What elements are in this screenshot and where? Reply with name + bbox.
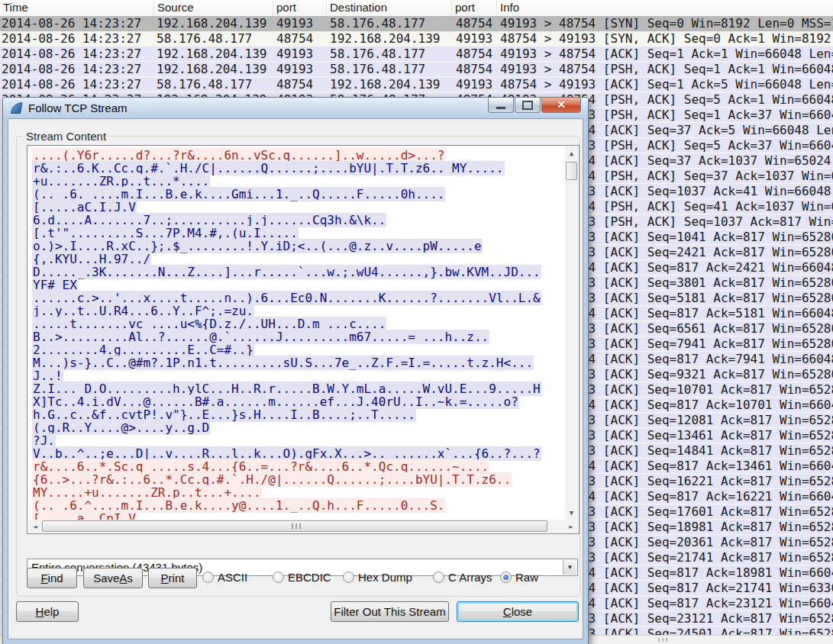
follow-tcp-stream-dialog: Follow TCP Stream ✕ Stream Content ....(… bbox=[2, 97, 589, 644]
cell-destination: 58.176.48.177 bbox=[330, 16, 425, 31]
cell-src-port: 48754 bbox=[276, 31, 313, 47]
packet-row[interactable]: 2014-08-26 14:23:27 192.168.204.139 4919… bbox=[0, 47, 833, 62]
cell-time: 2014-08-26 14:23:27 bbox=[2, 77, 141, 92]
stream-line: B..>.........Al..?......@.`......J......… bbox=[32, 330, 565, 343]
filter-out-stream-button[interactable]: Filter Out This Stream bbox=[331, 601, 449, 622]
radio-icon[interactable] bbox=[273, 572, 284, 583]
radio-icon[interactable] bbox=[433, 572, 444, 583]
cell-time: 2014-08-26 14:23:27 bbox=[2, 16, 141, 31]
dialog-titlebar[interactable]: Follow TCP Stream ✕ bbox=[3, 98, 588, 118]
v-scroll-thumb[interactable] bbox=[566, 162, 577, 180]
stream-line: ......c.>..'...x....t.....n..).6...Ec0.N… bbox=[32, 291, 565, 304]
packet-row[interactable]: 2014-08-26 14:23:27 192.168.204.139 4919… bbox=[0, 16, 833, 31]
radio-icon[interactable] bbox=[343, 572, 354, 583]
radio-label: ASCII bbox=[218, 571, 247, 584]
radio-label: Raw bbox=[515, 571, 538, 584]
radio-icon[interactable] bbox=[500, 572, 512, 583]
column-header-src-port[interactable]: port bbox=[273, 0, 329, 15]
stream-line: r&....6..*.Sc.q .....s.4...{6..=...?r&..… bbox=[32, 460, 565, 473]
stream-line: o.)>.I....R.xC..};.$_........!.Y.iD;<..(… bbox=[32, 240, 565, 253]
stream-v-scrollbar[interactable]: ▲ ▼ bbox=[565, 147, 578, 520]
column-header-destination[interactable]: Destination bbox=[326, 0, 454, 15]
stream-lines: ....(.Y6r.....d?...?r&....6n..vSc.q.....… bbox=[28, 147, 565, 520]
stream-line: (.._.6._....m.I...B.e.k....Gmi...1._..Q.… bbox=[32, 188, 565, 201]
column-header-dst-port[interactable]: port bbox=[451, 0, 499, 15]
scrollbar-grip-icon bbox=[658, 638, 670, 642]
cell-source: 58.176.48.177 bbox=[157, 77, 252, 92]
cell-source: 58.176.48.177 bbox=[157, 31, 252, 47]
stream-line: V..b..^..;e...D|..v....R...l..k...O).gFx… bbox=[32, 447, 565, 460]
scroll-left-icon[interactable]: ◄ bbox=[29, 520, 41, 533]
stream-line: ....(.Y6r.....d?...?r&....6n..vSc.q.....… bbox=[32, 149, 565, 162]
cell-destination: 58.176.48.177 bbox=[330, 47, 425, 62]
print-button[interactable]: Print bbox=[148, 568, 197, 588]
wireshark-fin-icon bbox=[10, 101, 24, 114]
stream-text-view[interactable]: ....(.Y6r.....d?...?r&....6n..vSc.q.....… bbox=[27, 145, 580, 534]
cell-dst-port: 49193 bbox=[456, 31, 492, 47]
format-radio[interactable]: Hex Dump bbox=[343, 571, 412, 584]
stream-line: [.....aC.I.J.V bbox=[32, 201, 565, 214]
column-header-source[interactable]: Source bbox=[153, 0, 276, 15]
cell-destination: 192.168.204.139 bbox=[330, 77, 441, 92]
stream-line: D....._.3K.......N...Z....]...r.....`...… bbox=[32, 266, 565, 279]
scroll-right-icon[interactable]: ► bbox=[565, 520, 577, 533]
group-label: Stream Content bbox=[23, 130, 109, 143]
cell-info: 49193 > 48754 [ACK] Seq=1 Ack=1 Win=6604… bbox=[500, 47, 833, 62]
cell-dst-port: 49193 bbox=[456, 77, 492, 92]
save-as-button[interactable]: Save As bbox=[83, 568, 143, 588]
cell-time: 2014-08-26 14:23:27 bbox=[2, 62, 141, 77]
find-button[interactable]: Find bbox=[27, 568, 77, 588]
minimize-button[interactable] bbox=[488, 98, 514, 113]
column-header-time[interactable]: Time bbox=[0, 0, 158, 15]
packet-row[interactable]: 2014-08-26 14:23:27 192.168.204.139 4919… bbox=[0, 62, 833, 77]
maximize-button[interactable] bbox=[515, 98, 541, 113]
stream-line: 6.d....A.......7..;..........j.j......Cq… bbox=[32, 214, 565, 227]
stream-line: ?J. bbox=[32, 434, 565, 447]
close-icon: ✕ bbox=[557, 98, 566, 111]
radio-label: EBCDIC bbox=[288, 571, 331, 584]
cell-src-port: 49193 bbox=[276, 47, 313, 62]
cell-time: 2014-08-26 14:23:27 bbox=[2, 31, 141, 47]
radio-label: C Arrays bbox=[448, 571, 492, 584]
stream-h-scrollbar[interactable]: ◄ ► bbox=[28, 520, 578, 533]
packet-row[interactable]: 2014-08-26 14:23:27 58.176.48.177 48754 … bbox=[0, 31, 833, 47]
scroll-up-icon[interactable]: ▲ bbox=[565, 147, 578, 159]
cell-src-port: 49193 bbox=[276, 62, 313, 77]
packet-list-header: Time Source port Destination port Info bbox=[0, 0, 833, 17]
stream-line: [.t'".........S...7P.M4.#,.(u.I..... bbox=[32, 227, 565, 240]
dialog-body: Stream Content ....(.Y6r.....d?...?r&...… bbox=[8, 118, 583, 639]
scroll-down-icon[interactable]: ▼ bbox=[565, 507, 578, 519]
chevron-down-icon[interactable]: ▼ bbox=[563, 560, 576, 575]
packet-row[interactable]: 2014-08-26 14:23:27 58.176.48.177 48754 … bbox=[0, 77, 833, 92]
dialog-title: Follow TCP Stream bbox=[28, 101, 128, 114]
stream-line: Z.I..._D.O.........h.ylC...H..R.r.....B.… bbox=[32, 382, 565, 395]
cell-src-port: 49193 bbox=[276, 16, 313, 31]
close-window-button[interactable]: ✕ bbox=[541, 98, 581, 113]
cell-destination: 58.176.48.177 bbox=[330, 62, 425, 77]
help-button[interactable]: Help bbox=[16, 601, 79, 622]
cell-info: 48754 > 49193 [SYN, ACK] Seq=0 Ack=1 Win… bbox=[500, 31, 833, 47]
stream-line: j..y..t..U.R4...6..Y..F^;.=zu. bbox=[32, 304, 565, 317]
stream-line: +u.......ZR.p..t...*.... bbox=[32, 175, 565, 188]
format-radio[interactable]: ASCII bbox=[202, 571, 247, 584]
stream-line: M...)s-}..C..@#m?.1P.n1.t.........sU.S..… bbox=[32, 356, 565, 369]
column-header-info[interactable]: Info bbox=[496, 0, 833, 15]
format-radio[interactable]: Raw bbox=[500, 571, 538, 584]
stream-line: YF# EX bbox=[32, 279, 565, 291]
format-radio[interactable]: EBCDIC bbox=[273, 571, 331, 584]
cell-source: 192.168.204.139 bbox=[157, 62, 267, 77]
stream-content-group: Stream Content ....(.Y6r.....d?...?r&...… bbox=[16, 136, 580, 597]
cell-info: 49193 > 48754 [SYN] Seq=0 Win=8192 Len=0… bbox=[500, 16, 833, 31]
radio-icon[interactable] bbox=[202, 572, 214, 583]
cell-info: 49193 > 48754 [PSH, ACK] Seq=1 Ack=1 Win… bbox=[500, 62, 833, 77]
stream-line: .....t.......vc ....u<%{D.z./..UH...D.m … bbox=[32, 317, 565, 330]
stream-line: J..! bbox=[32, 369, 565, 382]
cell-source: 192.168.204.139 bbox=[157, 47, 267, 62]
close-button[interactable]: Close bbox=[457, 601, 579, 622]
maximize-icon bbox=[522, 101, 533, 110]
radio-label: Hex Dump bbox=[358, 571, 412, 584]
h-scroll-thumb[interactable] bbox=[42, 520, 547, 532]
cell-destination: 192.168.204.139 bbox=[330, 31, 441, 47]
wireshark-app: Time Source port Destination port Info 2… bbox=[0, 0, 833, 644]
format-radio[interactable]: C Arrays bbox=[433, 571, 492, 584]
